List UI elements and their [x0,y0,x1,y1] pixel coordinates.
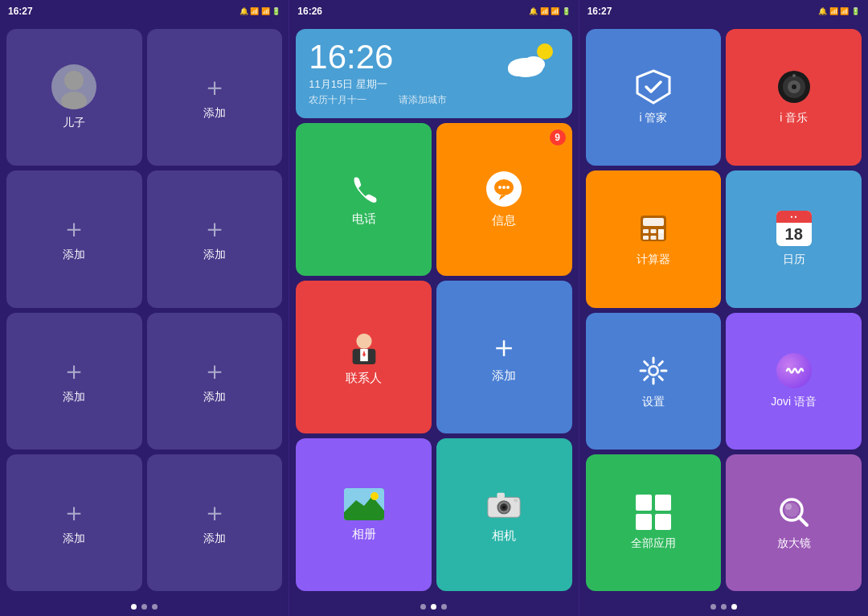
dot-3 [152,604,158,610]
app-tile-add[interactable]: ＋ 添加 [436,281,572,433]
svg-marker-25 [637,71,669,103]
apps-grid: i 管家 i 音乐 [586,29,862,591]
svg-line-45 [645,361,648,364]
magnifier-label: 放大镜 [777,536,811,551]
add-tile-2[interactable]: ＋ 添加 [147,29,283,166]
camera-label: 相机 [492,528,516,544]
all-apps-icon [636,495,671,530]
all-apps-label: 全部应用 [631,536,676,551]
vinyl-icon [776,69,812,105]
add-tile-8[interactable]: ＋ 添加 [147,454,283,591]
add-label-2: 添加 [203,106,226,121]
app-tile-iguanjia[interactable]: i 管家 [586,29,722,166]
dot-3-2 [721,604,727,610]
svg-point-0 [64,71,84,90]
add-label-3: 添加 [63,248,85,262]
svg-rect-38 [658,229,664,240]
app-tile-phone[interactable]: 电话 [296,123,432,276]
add-icon: ＋ [202,74,227,100]
app-tile-calculator[interactable]: 计算器 [586,170,722,307]
all-apps-sq1 [636,495,652,511]
panel-dots-2 [289,598,578,616]
all-apps-sq2 [655,495,671,511]
add-label-8: 添加 [203,532,226,546]
dot-2-3 [441,604,447,610]
calendar-icon: ▪ ▪ 18 [776,211,812,246]
svg-rect-23 [497,492,506,498]
imusic-label: i 音乐 [780,111,808,125]
svg-line-48 [645,376,648,380]
gear-icon [636,353,671,388]
iguanjia-label: i 管家 [639,111,667,125]
magnifier-icon [776,495,812,530]
add-icon-5: ＋ [61,358,87,384]
status-bar-2: 16:26 🔔 📶 📶 🔋 [289,0,578,23]
svg-point-8 [502,186,506,189]
add-icon-8: ＋ [202,499,227,525]
search-icon [776,495,812,530]
jovi-wave-icon [784,360,805,381]
album-label: 相册 [352,527,376,542]
camera-svg-icon [486,489,522,519]
calculator-label: 计算器 [637,253,670,267]
add-label-6: 添加 [203,390,226,405]
add-label-5: 添加 [63,390,85,405]
add-tile-6[interactable]: ＋ 添加 [147,313,283,450]
app-tile-album[interactable]: 相册 [296,438,432,591]
svg-point-1 [61,92,87,109]
status-icons-3: 🔔 📶 📶 🔋 [818,7,860,15]
app-tile-message[interactable]: 9 信息 [436,123,572,276]
add-icon-4: ＋ [202,216,227,241]
calendar-header: ▪ ▪ [776,211,812,223]
svg-rect-37 [650,236,656,240]
person-icon [346,328,382,365]
svg-point-5 [508,62,527,76]
notification-icons-3: 🔔 📶 📶 🔋 [818,7,860,15]
dot-3-1 [710,604,716,610]
app-tile-imusic[interactable]: i 音乐 [726,29,862,166]
add-tile-5[interactable]: ＋ 添加 [6,313,142,450]
contact-label-son: 儿子 [63,116,85,130]
calculator-icon [636,211,671,246]
app-tile-magnifier[interactable]: 放大镜 [726,454,862,591]
add-tile-7[interactable]: ＋ 添加 [6,454,142,591]
svg-point-7 [498,186,502,189]
app-tile-jovi[interactable]: Jovi 语音 [726,313,862,450]
app-tile-all-apps[interactable]: 全部应用 [586,454,722,591]
contacts-grid: 儿子 ＋ 添加 ＋ 添加 ＋ 添加 ＋ 添加 [6,29,282,591]
app-tile-settings[interactable]: 设置 [586,313,722,450]
svg-point-30 [792,74,796,77]
app-tile-calendar[interactable]: ▪ ▪ 18 日历 [726,170,862,307]
panel-dots-3 [579,598,868,616]
home-apps-grid: 电话 9 信息 [296,123,571,591]
svg-line-47 [659,361,662,364]
svg-point-29 [792,84,796,89]
add-icon-3: ＋ [61,216,87,241]
dot-2 [141,604,147,610]
add-tile-3[interactable]: ＋ 添加 [6,170,142,307]
svg-rect-34 [650,229,656,233]
add-icon-6: ＋ [202,358,227,384]
calendar-date: 18 [776,223,812,246]
cloud-icon [503,40,559,80]
add-icon-home: ＋ [489,331,519,362]
svg-point-9 [506,186,510,189]
settings-label: 设置 [642,395,665,409]
contact-tile-son[interactable]: 儿子 [6,29,142,166]
home-content: 16:26 11月15日 星期一 农历十月十一 请添加城市 [289,23,578,598]
panel-apps: 16:27 🔔 📶 📶 🔋 i 管家 [579,0,868,616]
status-time-1: 16:27 [8,6,33,17]
jovi-icon [776,353,812,388]
weather-widget[interactable]: 16:26 11月15日 星期一 农历十月十一 请添加城市 [296,29,571,118]
camera-icon [486,487,522,522]
add-tile-4[interactable]: ＋ 添加 [147,170,283,307]
chat-bubble-icon [493,178,515,200]
svg-point-13 [356,333,371,348]
svg-rect-33 [643,229,649,233]
status-icons-2: 🔔 📶 📶 🔋 [529,7,571,15]
dot-1 [131,604,137,610]
svg-rect-32 [643,218,664,226]
status-bar-3: 16:27 🔔 📶 📶 🔋 [579,0,868,23]
app-tile-camera[interactable]: 相机 [436,438,572,591]
app-tile-contacts[interactable]: 联系人 [296,281,432,433]
